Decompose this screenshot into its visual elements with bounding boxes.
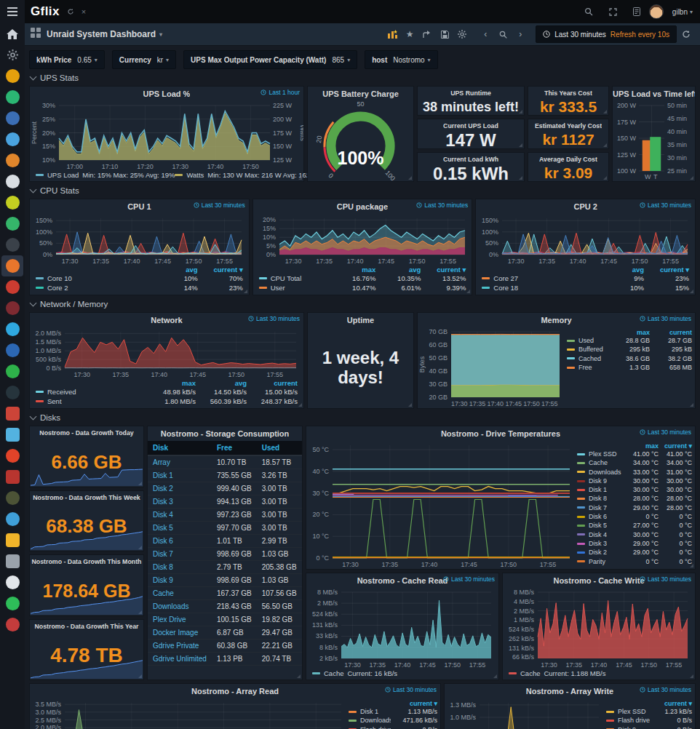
legend-column-header[interactable]: avg: [196, 379, 247, 387]
time-range-link[interactable]: Last 30 minutes: [640, 686, 691, 693]
legend-series[interactable]: Plex SSD: [606, 707, 650, 716]
panel-title[interactable]: CPU package: [337, 202, 388, 211]
add-panel-icon[interactable]: [384, 26, 400, 42]
legend-series[interactable]: WattsMin: 130 W Max: 216 W Avg: 162 W: [175, 171, 318, 179]
app-icon-15[interactable]: [1, 319, 23, 340]
legend-series[interactable]: Cached: [567, 354, 608, 363]
panel-title[interactable]: Estimated Yearly Cost: [535, 122, 602, 130]
section-cpu-stats[interactable]: CPU Stats: [29, 185, 696, 196]
app-icon-26[interactable]: [1, 551, 23, 572]
time-back-icon[interactable]: ‹: [477, 26, 493, 42]
app-icon-28[interactable]: [1, 593, 23, 614]
app-icon-27[interactable]: [1, 572, 23, 593]
panel-title[interactable]: Nostromo - Drive Temperatures: [441, 429, 560, 438]
time-range-link[interactable]: Last 1 hour: [260, 89, 300, 96]
panel-title[interactable]: Nostromo - Data Growth This Week: [33, 494, 140, 501]
table-column-header[interactable]: Free: [212, 441, 257, 455]
time-range-link[interactable]: Last 30 minutes: [416, 202, 468, 209]
app-icon-23[interactable]: [1, 487, 23, 509]
time-range-link[interactable]: Last 30 minutes: [385, 686, 437, 693]
panel-title[interactable]: Nostromo - Array Write: [526, 687, 613, 696]
legend-series[interactable]: Disk 6: [577, 512, 625, 521]
app-icon-13[interactable]: [1, 276, 23, 298]
legend-column-header[interactable]: max: [330, 266, 375, 274]
star-icon[interactable]: ★: [402, 26, 418, 42]
settings-gear-icon[interactable]: [454, 26, 470, 42]
app-icon-11[interactable]: [1, 234, 23, 255]
legend-column-header[interactable]: current ▾: [659, 442, 692, 450]
time-range-link[interactable]: Last 30 minutes: [640, 429, 691, 436]
variable-value[interactable]: 0.65▾: [77, 56, 97, 64]
time-range-link[interactable]: Last 30 minutes: [640, 575, 691, 583]
panel-title[interactable]: Nostromo - Storage Consumption: [161, 429, 290, 438]
legend-series[interactable]: Disk 9: [606, 725, 650, 729]
legend-column-header[interactable]: current ▾: [421, 266, 466, 274]
app-icon-plex[interactable]: [1, 65, 23, 87]
fullscreen-icon[interactable]: [609, 8, 617, 16]
time-picker[interactable]: Last 30 minutes Refresh every 10s: [536, 25, 677, 43]
docs-icon[interactable]: [633, 7, 640, 16]
legend-series[interactable]: Disk 1: [577, 485, 625, 494]
panel-title[interactable]: Nostromo - Array Read: [191, 687, 279, 696]
legend-series[interactable]: Disk 4: [577, 530, 625, 539]
app-icon-16[interactable]: [1, 340, 23, 361]
legend-column-header[interactable]: max: [608, 329, 650, 336]
legend-column-header[interactable]: current: [247, 379, 298, 387]
app-icon-10[interactable]: [1, 213, 23, 234]
legend-series[interactable]: Disk 5: [577, 521, 625, 530]
panel-title[interactable]: Average Daily Cost: [539, 156, 597, 163]
legend-series[interactable]: Cache: [577, 458, 625, 467]
app-icon-19[interactable]: [1, 403, 23, 424]
panel-title[interactable]: Nostromo - Data Growth Today: [39, 429, 133, 437]
app-icon-24[interactable]: [1, 509, 23, 530]
legend-series[interactable]: Received: [36, 387, 145, 397]
legend-series[interactable]: Used: [567, 336, 608, 345]
legend-series[interactable]: Buffered: [567, 345, 608, 354]
legend-series[interactable]: Core 18: [482, 283, 599, 292]
panel-title[interactable]: This Years Cost: [544, 89, 592, 97]
refresh-icon[interactable]: [678, 26, 694, 42]
legend-series[interactable]: Flash drive: [606, 716, 650, 725]
legend-column-header[interactable]: current ▾: [391, 700, 437, 707]
legend-column-header[interactable]: avg: [375, 266, 421, 274]
panel-title[interactable]: Current Load kWh: [443, 156, 498, 163]
zoom-out-icon[interactable]: [495, 26, 511, 42]
app-icon-5[interactable]: [1, 108, 23, 129]
legend-series[interactable]: User: [259, 283, 331, 292]
app-icon-8[interactable]: [1, 171, 23, 192]
home-icon[interactable]: [1, 23, 23, 44]
app-icon-29[interactable]: [1, 614, 23, 635]
panel-title[interactable]: Nostromo - Data Growth This Year: [34, 623, 138, 630]
legend-series[interactable]: CPU Total: [259, 274, 331, 283]
variable-kwh-price[interactable]: kWh Price0.65▾: [29, 50, 105, 69]
legend-column-header[interactable]: max: [145, 379, 196, 387]
search-icon[interactable]: [584, 7, 593, 16]
app-icon-4[interactable]: [1, 87, 23, 108]
table-column-header[interactable]: Disk: [148, 441, 212, 455]
legend-series[interactable]: Parity: [577, 557, 625, 566]
share-icon[interactable]: [419, 26, 435, 42]
time-range-link[interactable]: Last 30 minutes: [443, 575, 495, 583]
app-icon-9[interactable]: [1, 192, 23, 213]
legend-series[interactable]: Disk 2: [577, 548, 625, 557]
legend-series[interactable]: Flash drive: [349, 725, 391, 729]
time-range-link[interactable]: Last 30 minutes: [194, 202, 245, 209]
app-icon-21[interactable]: [1, 445, 23, 466]
app-icon-14[interactable]: [1, 298, 23, 319]
variable-value[interactable]: 865▾: [332, 56, 350, 64]
settings-icon[interactable]: [1, 44, 23, 65]
user-menu[interactable]: gilbn▾: [672, 8, 693, 16]
legend-series[interactable]: Sent: [36, 397, 145, 406]
variable-host[interactable]: hostNostromo▾: [365, 50, 437, 69]
variable-value[interactable]: kr▾: [157, 56, 169, 64]
section-disks[interactable]: Disks: [29, 412, 696, 423]
time-range-link[interactable]: Last 30 minutes: [248, 315, 300, 322]
time-range-link[interactable]: Last 30 minutes: [640, 202, 691, 209]
panel-title[interactable]: CPU 2: [573, 202, 597, 211]
section-ups-stats[interactable]: UPS Stats: [29, 72, 696, 83]
tab-refresh-icon[interactable]: [67, 8, 74, 15]
table-column-header[interactable]: Used: [257, 441, 302, 455]
app-icon-18[interactable]: [1, 382, 23, 403]
legend-series[interactable]: Downloads: [577, 468, 625, 477]
panel-title[interactable]: Current UPS Load: [443, 122, 498, 130]
